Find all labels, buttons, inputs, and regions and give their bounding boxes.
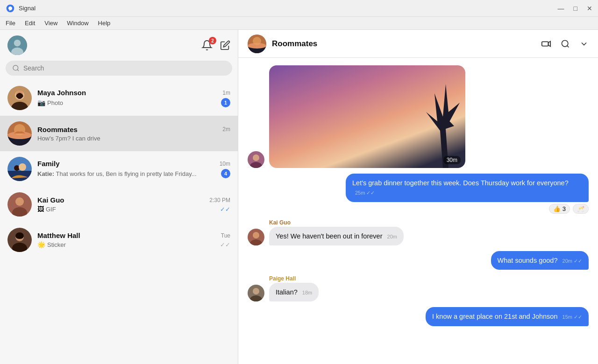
sidebar: 2 [0,30,238,364]
svg-point-33 [253,154,259,161]
message-time: 15m ✓✓ [562,314,582,320]
reactions-row: 👍 3 🥂 [549,204,589,214]
convo-body: Family 10m Katie: That works for us, Ben… [37,160,230,178]
table-row: What sounds good? 20m ✓✓ [248,251,589,270]
avatar [7,121,32,146]
maximize-button[interactable]: □ [574,5,577,12]
svg-line-31 [567,46,569,48]
preview-icon: 📷 [37,99,45,106]
sender-name: Kai Guo [269,219,404,226]
menu-help[interactable]: Help [98,20,111,27]
preview-icon: 🖼 [37,205,44,213]
more-options-button[interactable] [579,39,589,49]
message-bubble: Let's grab dinner together this week. Do… [346,174,589,202]
search-button[interactable] [561,39,570,49]
convo-preview: Sticker [47,241,218,248]
svg-point-19 [15,197,24,206]
title-bar-left: Signal [6,4,36,13]
menu-window[interactable]: Window [67,20,88,27]
convo-body: Roommates 2m How's 7pm? I can drive [37,126,230,142]
search-icon [12,64,20,72]
messages-list: 30m Let's grab dinner together this week… [238,58,598,364]
table-row: I know a great place on 21st and Johnson… [248,307,589,326]
avatar [7,86,32,110]
svg-point-16 [14,165,20,171]
convo-name: Family [37,160,60,168]
svg-line-5 [17,70,19,71]
convo-preview: Katie: That works for us, Ben is flying … [37,170,219,177]
reaction-chip[interactable]: 👍 3 [549,204,570,214]
media-time-overlay: 30m [443,156,461,164]
list-item[interactable]: Maya Johnson 1m 📷 Photo 1 [0,80,238,116]
convo-time: 2m [222,126,230,133]
unread-badge: 1 [221,98,230,107]
convo-preview: GIF [46,206,218,213]
convo-time: 1m [222,90,230,96]
svg-point-2 [14,40,21,47]
convo-name: Kai Guo [37,196,64,204]
svg-point-27 [253,37,261,45]
chat-title: Roommates [272,39,535,49]
sunset-image: 30m [269,65,465,168]
convo-body: Kai Guo 2:30 PM 🖼 GIF ✓✓ [37,196,230,213]
convo-time: Tue [221,232,230,239]
message-time: 25m ✓✓ [355,190,375,196]
user-avatar[interactable] [7,35,27,55]
chat-header-icons [541,38,589,49]
table-row: Let's grab dinner together this week. Do… [248,174,589,214]
list-item[interactable]: Roommates 2m How's 7pm? I can drive [0,116,238,151]
video-call-button[interactable] [541,38,551,49]
search-bar [6,61,232,76]
message-time: 20m ✓✓ [562,258,582,264]
window-controls: — □ ✕ [558,5,592,12]
notifications-button[interactable]: 2 [201,40,213,51]
list-item[interactable]: Matthew Hall Tue 🌟 Sticker ✓✓ [0,222,238,258]
message-time: 18m [302,290,312,295]
chat-header: Roommates [238,30,598,58]
menu-file[interactable]: File [6,20,15,27]
avatar [248,285,264,301]
preview-icon: 🌟 [37,241,45,248]
convo-name: Matthew Hall [37,231,80,239]
search-input[interactable] [23,64,226,72]
sender-name: Paige Hall [269,275,319,282]
menu-view[interactable]: View [44,20,57,27]
minimize-button[interactable]: — [558,5,564,12]
compose-button[interactable] [220,40,230,50]
palm-silhouette [409,75,465,168]
convo-time: 10m [220,161,230,167]
sidebar-header-icons: 2 [201,40,230,51]
convo-body: Matthew Hall Tue 🌟 Sticker ✓✓ [37,231,230,248]
unread-badge: 4 [221,169,230,178]
reaction-chip[interactable]: 🥂 [573,204,589,214]
title-bar: Signal — □ ✕ [0,0,598,17]
sidebar-header: 2 [0,30,238,61]
message-bubble: I know a great place on 21st and Johnson… [426,307,589,326]
convo-preview: Photo [47,99,219,106]
chat-avatar [248,35,266,53]
main-area: 2 [0,30,598,364]
avatar [7,228,32,252]
menu-edit[interactable]: Edit [25,20,35,27]
svg-point-36 [253,232,259,238]
table-row: 30m [248,65,589,168]
svg-point-39 [253,288,259,294]
close-button[interactable]: ✕ [587,5,592,12]
convo-preview: How's 7pm? I can drive [37,135,230,142]
menu-bar: File Edit View Window Help [0,17,598,30]
avatar [7,157,32,181]
table-row: Kai Guo Yes! We haven't been out in fore… [248,219,589,245]
svg-marker-29 [548,41,551,46]
svg-point-17 [19,163,26,171]
avatar [7,192,32,217]
svg-rect-28 [542,42,548,46]
list-item[interactable]: Kai Guo 2:30 PM 🖼 GIF ✓✓ [0,187,238,222]
convo-time: 2:30 PM [209,197,230,203]
signal-app-icon [6,4,15,13]
message-bubble: Italian? 18m [269,283,319,301]
conversation-list: Maya Johnson 1m 📷 Photo 1 [0,80,238,364]
table-row: Paige Hall Italian? 18m [248,275,589,301]
svg-point-4 [13,65,18,70]
grey-read-receipt-icon: ✓✓ [220,241,230,248]
list-item[interactable]: Family 10m Katie: That works for us, Ben… [0,151,238,187]
